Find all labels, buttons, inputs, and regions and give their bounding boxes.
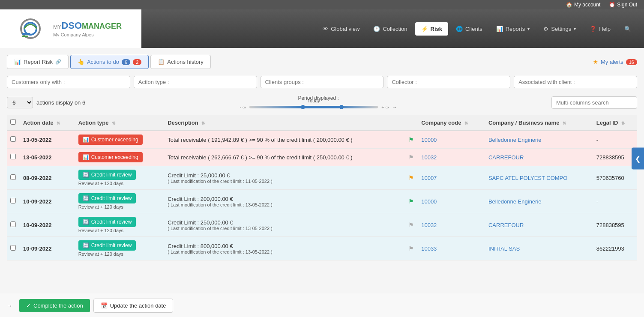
company-code-link[interactable]: 10032 bbox=[421, 222, 437, 228]
row-date: 08-09-2022 bbox=[20, 166, 75, 190]
sort-icon-name[interactable]: ⇅ bbox=[563, 121, 566, 126]
question-icon: ❓ bbox=[590, 26, 596, 32]
business-name-link[interactable]: CARREFOUR bbox=[488, 222, 524, 228]
row-legal-id: 728838595 bbox=[593, 149, 637, 166]
multi-column-search[interactable] bbox=[551, 96, 637, 109]
my-alerts-button[interactable]: ★ My alerts 16 bbox=[593, 59, 637, 65]
row-action-type: 🔄 Credit limit review Review at + 120 da… bbox=[75, 166, 165, 190]
business-name-link[interactable]: SAPC ATEL POLYEST COMPO bbox=[488, 175, 567, 181]
home-icon: 🏠 bbox=[566, 2, 572, 8]
tab-actions-to-do[interactable]: 👆 Actions to do 6 2 bbox=[70, 55, 149, 69]
nav-risk[interactable]: ⚡ Risk bbox=[415, 22, 448, 36]
sort-icon-desc[interactable]: ⇅ bbox=[201, 121, 205, 126]
action-type-button[interactable]: 🔄 Credit limit review bbox=[78, 170, 136, 180]
period-slider-container[interactable]: Today bbox=[249, 106, 378, 108]
row-flag: ⚑ bbox=[405, 149, 418, 166]
row-legal-id: - bbox=[593, 131, 637, 149]
row-checkbox-cell bbox=[7, 149, 20, 166]
business-name-link[interactable]: Belledonne Enginerie bbox=[488, 137, 542, 143]
action-type-filter[interactable] bbox=[134, 76, 257, 88]
table-body: 13-05-2022 📊 Customer exceeding Total re… bbox=[7, 131, 637, 260]
business-name-link[interactable]: Belledonne Enginerie bbox=[488, 198, 542, 205]
sort-icon-legal[interactable]: ⇅ bbox=[621, 121, 625, 126]
chevron-left-icon: ❮ bbox=[635, 155, 641, 162]
row-description: Total receivable ( 191,942.89 € ) >= 90 … bbox=[164, 131, 405, 149]
nav-global-view[interactable]: 👁 Global view bbox=[317, 22, 365, 36]
clock-icon: 🕐 bbox=[373, 26, 380, 32]
row-checkbox[interactable] bbox=[10, 154, 16, 159]
logo-my: MY bbox=[53, 24, 62, 30]
row-action-type: 📊 Customer exceeding bbox=[75, 149, 165, 166]
chevron-down-icon: ▾ bbox=[527, 27, 530, 31]
action-icon: 🔄 bbox=[83, 172, 89, 178]
company-code-link[interactable]: 10033 bbox=[421, 245, 437, 252]
action-type-button[interactable]: 🔄 Credit limit review bbox=[78, 240, 136, 251]
row-description: Credit Limit : 200,000.00 € ( Last modif… bbox=[164, 190, 405, 213]
row-company-code: 10032 bbox=[418, 149, 485, 166]
row-checkbox[interactable] bbox=[10, 245, 16, 251]
action-type-button[interactable]: 📊 Customer exceeding bbox=[78, 135, 143, 145]
my-account-link[interactable]: 🏠 My account bbox=[566, 2, 600, 8]
row-company-code: 10033 bbox=[418, 237, 485, 260]
actions-display-label: actions display on 6 bbox=[36, 99, 85, 106]
nav-help[interactable]: ❓ Help bbox=[584, 22, 617, 36]
sort-icon-type[interactable]: ⇅ bbox=[112, 121, 115, 126]
table-row: 10-09-2022 🔄 Credit limit review Review … bbox=[7, 190, 637, 213]
period-max-label: + ∞ bbox=[381, 105, 389, 110]
associated-client-filter[interactable] bbox=[514, 76, 637, 88]
row-flag: ⚑ bbox=[405, 237, 418, 260]
sort-icon-date[interactable]: ⇅ bbox=[57, 121, 60, 126]
row-checkbox[interactable] bbox=[10, 174, 16, 180]
row-checkbox[interactable] bbox=[10, 198, 16, 203]
company-code-link[interactable]: 10007 bbox=[421, 175, 437, 181]
customers-only-with-filter[interactable] bbox=[7, 76, 130, 88]
nav-reports[interactable]: 📊 Reports ▾ bbox=[490, 22, 536, 36]
rows-per-page-select[interactable]: 6 10 25 50 100 bbox=[7, 97, 33, 108]
lightning-icon: ⚡ bbox=[421, 26, 428, 32]
row-checkbox[interactable] bbox=[10, 221, 16, 227]
sign-out-link[interactable]: ⏰ Sign Out bbox=[609, 2, 637, 8]
period-area: Period displayed : - ∞ Today + ∞ → bbox=[240, 95, 397, 110]
business-name-link[interactable]: CARREFOUR bbox=[488, 154, 524, 161]
alerts-count-badge: 16 bbox=[626, 59, 637, 65]
row-checkbox-cell bbox=[7, 131, 20, 149]
flag-icon: ⚑ bbox=[408, 221, 414, 228]
row-company-code: 10000 bbox=[418, 190, 485, 213]
row-checkbox-cell bbox=[7, 190, 20, 213]
company-code-link[interactable]: 10032 bbox=[421, 154, 437, 161]
sidebar-toggle-button[interactable]: ❮ bbox=[632, 148, 644, 170]
action-type-button[interactable]: 🔄 Credit limit review bbox=[78, 217, 136, 227]
chevron-down-icon-settings: ▾ bbox=[574, 27, 576, 31]
row-checkbox-cell bbox=[7, 166, 20, 190]
clock-icon: ⏰ bbox=[609, 2, 615, 8]
collector-filter[interactable] bbox=[387, 76, 510, 88]
sort-icon-code[interactable]: ⇅ bbox=[464, 121, 468, 126]
table-row: 10-09-2022 🔄 Credit limit review Review … bbox=[7, 213, 637, 237]
row-business-name: CARREFOUR bbox=[485, 213, 593, 237]
clients-groups-filter[interactable] bbox=[261, 76, 384, 88]
row-date: 10-09-2022 bbox=[20, 190, 75, 213]
nav-clients[interactable]: 🌐 Clients bbox=[450, 22, 488, 36]
row-checkbox[interactable] bbox=[10, 136, 16, 142]
nav-collection[interactable]: 🕐 Collection bbox=[367, 22, 413, 36]
header: MY DSO MANAGER My Company Alpes 👁 Global… bbox=[0, 9, 644, 48]
company-code-link[interactable]: 10000 bbox=[421, 137, 437, 143]
gear-icon: ⚙ bbox=[543, 26, 548, 32]
top-bar: 🏠 My account ⏰ Sign Out bbox=[0, 0, 644, 9]
tab-actions-history[interactable]: 📋 Actions history bbox=[150, 55, 211, 69]
nav-search[interactable]: 🔍 bbox=[618, 22, 637, 36]
tab-report-risk[interactable]: 📊 Report Risk 🔗 bbox=[7, 55, 69, 69]
nav-settings[interactable]: ⚙ Settings ▾ bbox=[537, 22, 582, 36]
company-code-link[interactable]: 10000 bbox=[421, 198, 437, 205]
action-type-button[interactable]: 🔄 Credit limit review bbox=[78, 193, 136, 203]
svg-rect-2 bbox=[22, 33, 30, 35]
action-icon: 🔄 bbox=[83, 219, 89, 225]
select-all-checkbox[interactable] bbox=[10, 119, 16, 125]
action-type-button[interactable]: 📊 Customer exceeding bbox=[78, 152, 143, 162]
period-arrow-icon: → bbox=[392, 105, 397, 110]
row-date: 13-05-2022 bbox=[20, 149, 75, 166]
legal-id-header: Legal ID ⇅ bbox=[593, 115, 637, 131]
business-name-link[interactable]: INITIAL SAS bbox=[488, 245, 520, 252]
period-slider[interactable] bbox=[249, 106, 378, 108]
filters-row bbox=[7, 76, 637, 88]
